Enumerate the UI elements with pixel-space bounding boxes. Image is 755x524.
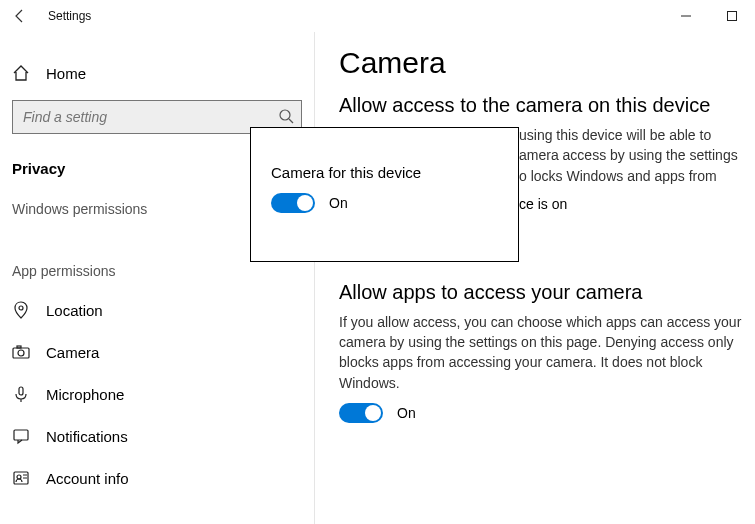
svg-line-3 xyxy=(289,119,293,123)
section-heading-device-access: Allow access to the camera on this devic… xyxy=(339,94,755,117)
sidebar-item-label: Account info xyxy=(46,470,129,487)
account-info-icon xyxy=(12,469,30,487)
home-icon xyxy=(12,64,30,82)
device-camera-toggle[interactable] xyxy=(271,193,315,213)
window-title: Settings xyxy=(48,9,91,23)
page-title: Camera xyxy=(339,46,755,80)
svg-point-11 xyxy=(17,475,21,479)
notifications-icon xyxy=(12,427,30,445)
sidebar-item-label: Camera xyxy=(46,344,99,361)
search-icon xyxy=(278,108,294,128)
home-label: Home xyxy=(46,65,86,82)
sidebar-item-label: Microphone xyxy=(46,386,124,403)
location-icon xyxy=(12,301,30,319)
svg-rect-7 xyxy=(17,346,21,348)
sidebar-item-label: Location xyxy=(46,302,103,319)
section-heading-app-access: Allow apps to access your camera xyxy=(339,281,755,304)
svg-point-6 xyxy=(18,350,24,356)
device-camera-popup: Camera for this device On xyxy=(250,127,519,262)
sidebar-item-label: Notifications xyxy=(46,428,128,445)
content-pane: Camera Allow access to the camera on thi… xyxy=(315,32,755,524)
sidebar-item-microphone[interactable]: Microphone xyxy=(0,373,314,415)
sidebar-item-camera[interactable]: Camera xyxy=(0,331,314,373)
microphone-icon xyxy=(12,385,30,403)
sidebar: Home Privacy Windows permissions App per… xyxy=(0,32,315,524)
camera-icon xyxy=(12,343,30,361)
back-button[interactable] xyxy=(4,0,36,32)
apps-camera-toggle[interactable] xyxy=(339,403,383,423)
device-camera-toggle-label: On xyxy=(329,195,348,211)
home-nav[interactable]: Home xyxy=(0,56,314,90)
section-paragraph: If you allow access, you can choose whic… xyxy=(339,312,749,393)
sidebar-item-account-info[interactable]: Account info xyxy=(0,457,314,499)
maximize-button[interactable] xyxy=(709,0,755,32)
svg-rect-9 xyxy=(14,430,28,440)
apps-camera-toggle-label: On xyxy=(397,405,416,421)
popup-title: Camera for this device xyxy=(271,164,498,181)
svg-point-2 xyxy=(280,110,290,120)
svg-point-4 xyxy=(19,306,23,310)
minimize-button[interactable] xyxy=(663,0,709,32)
svg-rect-1 xyxy=(728,12,737,21)
sidebar-item-notifications[interactable]: Notifications xyxy=(0,415,314,457)
svg-rect-8 xyxy=(19,387,23,395)
sidebar-item-location[interactable]: Location xyxy=(0,289,314,331)
